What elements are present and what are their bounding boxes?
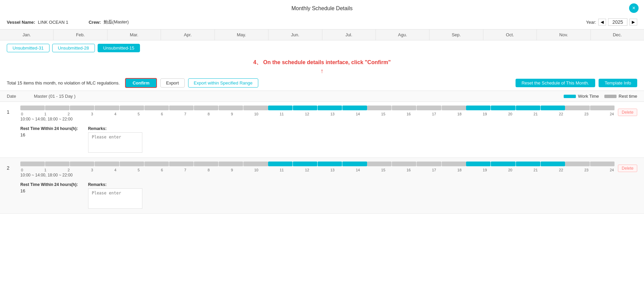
row-content-1: 0123456789101112131415161718192021222324… <box>20 105 615 154</box>
year-nav: Year: ◀ 2025 ▶ <box>586 18 637 26</box>
tabs-row: Unsubmitted-31 Unsubmitted-28 Unsubmitte… <box>0 40 644 56</box>
month-may[interactable]: May. <box>215 30 268 40</box>
crew-value: 鮑磊(Master) <box>104 19 129 25</box>
tl-seg <box>70 106 94 110</box>
tl-seg <box>144 162 169 166</box>
tl-seg <box>392 106 416 110</box>
col-master-header: Master (01 - 15 Day ) <box>34 94 557 99</box>
tab-unsubmitted-31[interactable]: Unsubmitted-31 <box>7 44 49 52</box>
export-range-button[interactable]: Export within Specified Range <box>188 78 258 88</box>
tl-seg <box>442 106 466 110</box>
tl-blue-1a <box>268 105 367 111</box>
tl-seg <box>45 106 69 110</box>
rest-time-val-2: 16 <box>20 188 78 193</box>
tl-gray-left-2 <box>20 161 268 167</box>
time-labels-2: 0123456789101112131415161718192021222324 <box>20 168 615 172</box>
row-details-2: Rest Time Within 24 hours(h): 16 Remarks… <box>20 180 615 210</box>
tab-unsubmitted-15[interactable]: Unsubmitted-15 <box>98 44 140 52</box>
tl-seg <box>466 106 490 110</box>
month-jan[interactable]: Jan. <box>0 30 54 40</box>
page-header: Monthly Schedule Details × <box>0 0 644 15</box>
tl-seg <box>268 162 293 166</box>
tl-seg <box>342 106 367 110</box>
tl-seg <box>541 106 565 110</box>
export-button[interactable]: Export <box>160 78 185 88</box>
tl-seg <box>169 162 194 166</box>
tl-seg <box>491 106 515 110</box>
info-text: Total 15 items this month, no violation … <box>7 80 120 86</box>
timeline-1 <box>20 105 615 111</box>
crew-label: Crew: <box>88 20 101 25</box>
tl-seg <box>95 162 119 166</box>
tl-seg <box>590 106 615 110</box>
tl-gray-right-2 <box>565 161 615 167</box>
tl-seg <box>243 106 268 110</box>
tl-seg <box>293 162 317 166</box>
tl-seg <box>20 162 45 166</box>
tab-unsubmitted-28[interactable]: Unsubmitted-28 <box>52 44 95 52</box>
tl-seg <box>144 106 169 110</box>
legend-rest-time: Rest time <box>604 94 637 99</box>
tl-seg <box>45 162 69 166</box>
row-number-1: 1 <box>7 105 17 154</box>
time-labels-1: 0123456789101112131415161718192021222324 <box>20 112 615 116</box>
tl-seg <box>20 106 45 110</box>
tl-seg <box>194 162 218 166</box>
month-mar[interactable]: Mar. <box>107 30 161 40</box>
row-number-2: 2 <box>7 161 17 210</box>
tl-seg <box>120 162 144 166</box>
tl-seg <box>219 162 243 166</box>
month-dec[interactable]: Dec. <box>591 30 644 40</box>
remarks-input-1[interactable] <box>88 132 142 153</box>
month-apr[interactable]: Apr. <box>161 30 215 40</box>
tl-blue-2b <box>466 161 565 167</box>
month-oct[interactable]: Oct. <box>483 30 537 40</box>
row-content-2: 0123456789101112131415161718192021222324… <box>20 161 615 210</box>
template-info-button[interactable]: Template Info <box>599 79 637 87</box>
schedule-rows: 1 <box>0 102 644 214</box>
confirm-button[interactable]: Confirm <box>125 78 157 88</box>
tl-blue-2a <box>268 161 367 167</box>
rest-time-label: Rest time <box>619 94 637 99</box>
tl-seg <box>565 162 590 166</box>
timeline-2 <box>20 161 615 167</box>
close-button[interactable]: × <box>629 3 639 13</box>
remarks-input-2[interactable] <box>88 188 142 209</box>
remarks-field-1: Remarks: <box>88 126 142 153</box>
tl-gray-mid-1 <box>367 105 466 111</box>
vessel-info: Vessel Name: LINK OCEAN 1 Crew: 鮑磊(Maste… <box>0 15 644 29</box>
tl-seg <box>318 106 342 110</box>
vessel-name-label: Vessel Name: <box>7 20 35 25</box>
year-prev-button[interactable]: ◀ <box>598 19 606 25</box>
action-bar: Total 15 items this month, no violation … <box>0 75 644 91</box>
tl-seg <box>367 106 391 110</box>
reset-button[interactable]: Reset the Schedule of This Month. <box>516 79 595 87</box>
month-jul[interactable]: Jul. <box>322 30 376 40</box>
tl-seg <box>120 106 144 110</box>
page-title: Monthly Schedule Details <box>291 5 353 11</box>
tl-seg <box>342 162 367 166</box>
tl-seg <box>442 162 466 166</box>
month-feb[interactable]: Feb. <box>54 30 107 40</box>
year-next-button[interactable]: ▶ <box>629 19 637 25</box>
month-aug[interactable]: Agu. <box>376 30 429 40</box>
tl-seg <box>318 162 342 166</box>
arrow-icon: ↑ <box>321 68 324 74</box>
rest-time-val-1: 16 <box>20 132 78 137</box>
col-date-header: Date <box>7 94 27 99</box>
instruction-banner: 4、 On the schedule details interface, cl… <box>0 56 644 68</box>
tl-seg <box>392 162 416 166</box>
table-row: 1 <box>0 102 644 158</box>
tl-seg <box>417 106 441 110</box>
rest-time-field-2: Rest Time Within 24 hours(h): 16 <box>20 182 78 209</box>
time-range-1: 10:00 ~ 14:00, 18:00 ~ 22:00 <box>20 117 615 121</box>
rest-time-label-1: Rest Time Within 24 hours(h): <box>20 126 78 131</box>
delete-button-1[interactable]: Delete <box>618 109 637 116</box>
tl-seg <box>516 106 540 110</box>
time-range-2: 10:00 ~ 14:00, 18:00 ~ 22:00 <box>20 173 615 177</box>
delete-button-2[interactable]: Delete <box>618 165 637 172</box>
tl-seg <box>367 162 391 166</box>
month-jun[interactable]: Jun. <box>268 30 322 40</box>
month-nov[interactable]: Nov. <box>537 30 590 40</box>
month-sep[interactable]: Sep. <box>429 30 483 40</box>
